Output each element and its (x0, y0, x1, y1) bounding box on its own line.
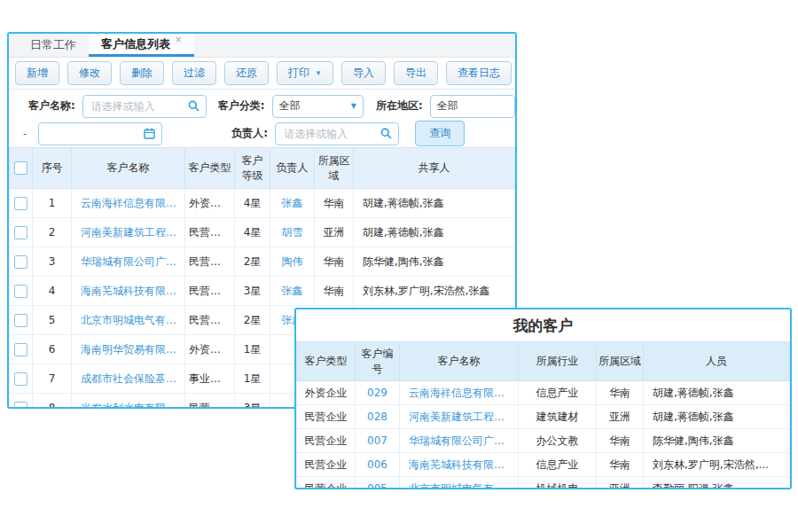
print-button[interactable]: 打印 ▼ (277, 61, 333, 85)
col-no: 序号 (33, 148, 72, 189)
tab-customer-list[interactable]: 客户信息列表 × (89, 34, 194, 57)
tab-bar: 日常工作 客户信息列表 × (9, 34, 515, 58)
customer-name-link[interactable]: 成都市社会保险基金管理... (72, 364, 185, 394)
export-button[interactable]: 导出 (394, 61, 438, 85)
customer-code-link[interactable]: 005 (356, 477, 400, 490)
row-checkbox[interactable] (14, 226, 27, 239)
row-checkbox[interactable] (14, 402, 27, 410)
filter-area: 客户名称: 客户分类: 全部 ▼ 所在地区: 全部 - (9, 90, 515, 147)
customer-name-link[interactable]: 河南美新建筑工程公司 (400, 405, 519, 429)
table-header-row: 客户类型 客户编号 客户名称 所属行业 所属区域 人员 (297, 342, 790, 381)
tab-close-icon[interactable]: × (175, 35, 182, 44)
table-row: 2 河南美新建筑工程公司 民营企业 4星 胡雪 亚洲 胡建,蒋德帧,张鑫 (10, 218, 515, 247)
customer-code-link[interactable]: 006 (356, 453, 400, 477)
customer-name-field[interactable] (90, 99, 188, 113)
col-customer-type: 客户类型 (185, 148, 235, 189)
owner-label: 负责人: (231, 126, 268, 141)
col-customer-name: 客户名称 (400, 342, 519, 381)
select-all-checkbox[interactable] (14, 161, 27, 175)
chevron-down-icon[interactable]: ▼ (351, 102, 356, 110)
table-row: 1 云南海祥信息有限公司 外资企业 4星 张鑫 华南 胡建,蒋德帧,张鑫 (10, 189, 515, 218)
row-checkbox[interactable] (14, 255, 27, 269)
delete-button[interactable]: 删除 (120, 61, 164, 85)
edit-button[interactable]: 修改 (67, 61, 112, 85)
search-icon[interactable] (188, 100, 200, 112)
table-row: 民营企业 005 北京市明城电气有限公司 机械机电 亚洲 李勤丽,阳强,张鑫 (297, 477, 790, 490)
col-customer-code: 客户编号 (356, 342, 400, 381)
customer-name-link[interactable]: 华瑞城有限公司广告设计部 (72, 247, 185, 277)
customer-name-link[interactable]: 光发水利水电有限公司 (72, 394, 185, 410)
table-header-row: 序号 客户名称 客户类型 客户等级 负责人 所属区域 共享人 (10, 148, 515, 189)
customer-name-link[interactable]: 北京市明城电气有限公司 (400, 477, 519, 490)
row-checkbox[interactable] (14, 314, 27, 327)
customer-name-link[interactable]: 海南芜城科技有限公司 (400, 453, 519, 477)
col-people: 人员 (644, 342, 790, 381)
filter-row-2: - 负责人: 查询 (9, 120, 515, 147)
row-checkbox[interactable] (14, 343, 27, 356)
my-customers-title: 我的客户 (296, 309, 790, 341)
table-row: 民营企业 006 海南芜城科技有限公司 信息产业 华南 刘东林,罗广明,宋浩然,… (297, 453, 790, 477)
add-button[interactable]: 新增 (15, 61, 59, 85)
region-label: 所在地区: (376, 98, 423, 113)
date-input[interactable] (38, 122, 162, 145)
filter-button[interactable]: 过滤 (172, 61, 216, 85)
chevron-down-icon: ▼ (315, 69, 322, 77)
customer-category-select[interactable]: 全部 ▼ (272, 95, 364, 118)
row-checkbox[interactable] (14, 372, 27, 386)
tab-customer-list-label: 客户信息列表 (101, 36, 170, 52)
customer-name-link[interactable]: 海南芜城科技有限公司 (72, 277, 185, 306)
tab-daily-work[interactable]: 日常工作 (18, 34, 89, 57)
customer-name-label: 客户名称: (28, 98, 75, 113)
customer-code-link[interactable]: 007 (356, 429, 400, 453)
import-button[interactable]: 导入 (341, 61, 386, 85)
col-region: 所属区域 (315, 148, 354, 189)
calendar-icon[interactable] (144, 128, 155, 139)
search-icon[interactable] (380, 128, 392, 139)
tab-daily-work-label: 日常工作 (30, 37, 76, 53)
table-row: 3 华瑞城有限公司广告设计部 民营企业 2星 陶伟 华南 陈华健,陶伟,张鑫 (10, 247, 515, 277)
col-customer-type: 客户类型 (297, 342, 356, 381)
table-row: 民营企业 028 河南美新建筑工程公司 建筑建材 亚洲 胡建,蒋德帧,张鑫 (297, 405, 790, 429)
owner-link[interactable]: 陶伟 (270, 247, 315, 277)
owner-field[interactable] (282, 127, 380, 141)
owner-link[interactable]: 张鑫 (270, 189, 315, 218)
col-shared: 共享人 (354, 148, 515, 189)
row-checkbox[interactable] (14, 285, 27, 298)
date-range-dash: - (23, 128, 27, 140)
toolbar: 新增 修改 删除 过滤 还原 打印 ▼ 导入 导出 查看日志 (9, 58, 515, 90)
table-row: 4 海南芜城科技有限公司 民营企业 3星 张鑫 华南 刘东林,罗广明,宋浩然,张… (10, 277, 515, 306)
customer-name-input[interactable] (82, 95, 207, 118)
col-customer-level: 客户等级 (235, 148, 270, 189)
customer-category-value: 全部 (279, 98, 351, 113)
select-all-header (10, 148, 33, 189)
customer-code-link[interactable]: 029 (356, 381, 400, 405)
owner-input[interactable] (275, 122, 399, 145)
region-value: 全部 (437, 98, 508, 113)
owner-link[interactable]: 胡雪 (270, 218, 315, 247)
my-customers-table: 客户类型 客户编号 客户名称 所属行业 所属区域 人员 外资企业 029 云南海… (296, 341, 790, 489)
row-checkbox[interactable] (14, 197, 27, 210)
query-button[interactable]: 查询 (415, 121, 465, 146)
customer-code-link[interactable]: 028 (356, 405, 400, 429)
view-log-button[interactable]: 查看日志 (446, 61, 512, 85)
filter-row-1: 客户名称: 客户分类: 全部 ▼ 所在地区: 全部 (9, 92, 515, 120)
my-customers-panel: 我的客户 客户类型 客户编号 客户名称 所属行业 所属区域 人员 外资企业 02… (294, 308, 792, 489)
customer-category-label: 客户分类: (218, 98, 265, 113)
table-row: 外资企业 029 云南海祥信息有限公司 信息产业 华南 胡建,蒋德帧,张鑫 (297, 381, 790, 405)
table-row: 民营企业 007 华瑞城有限公司广告设计部 办公文教 华南 陈华健,陶伟,张鑫 (297, 429, 790, 453)
col-industry: 所属行业 (519, 342, 597, 381)
owner-link[interactable]: 张鑫 (270, 277, 315, 306)
restore-button[interactable]: 还原 (224, 61, 269, 85)
customer-name-link[interactable]: 河南美新建筑工程公司 (72, 218, 185, 247)
region-select[interactable]: 全部 (430, 95, 515, 118)
customer-name-link[interactable]: 云南海祥信息有限公司 (72, 189, 185, 218)
col-customer-name: 客户名称 (72, 148, 185, 189)
customer-name-link[interactable]: 云南海祥信息有限公司 (400, 381, 519, 405)
customer-name-link[interactable]: 华瑞城有限公司广告设计部 (400, 429, 519, 453)
date-field[interactable] (45, 127, 144, 141)
col-region: 所属区域 (597, 342, 644, 381)
customer-name-link[interactable]: 北京市明城电气有限公司 (72, 306, 185, 335)
customer-name-link[interactable]: 海南明华贸易有限公司 (72, 335, 185, 364)
col-owner: 负责人 (270, 148, 315, 189)
